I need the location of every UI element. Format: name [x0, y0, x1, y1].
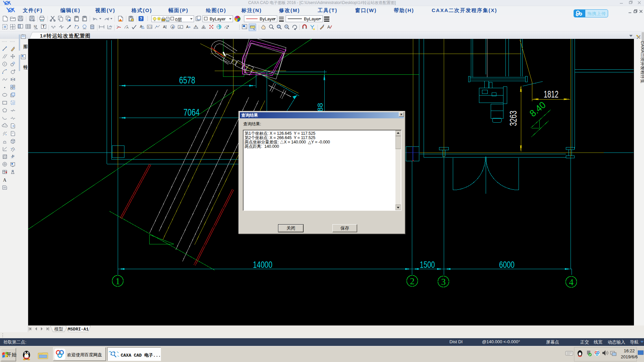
svg-text:1500: 1500: [420, 260, 435, 270]
svg-text:CAXA二次开发程序集: CAXA二次开发程序集: [640, 41, 644, 83]
svg-text:7064: 7064: [183, 107, 200, 118]
svg-text:A: A: [179, 25, 181, 29]
svg-text:MSDRI-A1: MSDRI-A1: [68, 327, 89, 332]
svg-text:ByLayer: ByLayer: [304, 16, 320, 21]
svg-text:88: 88: [316, 103, 324, 112]
svg-text:6578: 6578: [179, 74, 195, 85]
svg-text:3263: 3263: [507, 111, 519, 126]
svg-text:特性: 特性: [23, 61, 28, 70]
svg-text:ByLayer: ByLayer: [210, 16, 226, 21]
svg-text:T: T: [43, 25, 45, 28]
svg-text:16:22: 16:22: [624, 348, 635, 353]
svg-text:A: A: [203, 26, 205, 29]
svg-text:A: A: [126, 26, 128, 29]
svg-text:14000: 14000: [253, 260, 272, 270]
svg-text:0层: 0层: [175, 17, 182, 22]
svg-text:1812: 1812: [544, 88, 558, 100]
svg-text:2019/6/6: 2019/6/6: [621, 354, 638, 359]
svg-text:ByLayer: ByLayer: [260, 16, 276, 21]
svg-text:A: A: [3, 178, 7, 183]
svg-text:4: 4: [569, 277, 574, 287]
svg-text:A: A: [172, 26, 174, 29]
svg-text:?: ?: [140, 16, 142, 21]
svg-text:A: A: [327, 25, 330, 29]
svg-text:6000: 6000: [499, 260, 515, 270]
svg-text:1: 1: [115, 276, 120, 286]
svg-text:3: 3: [441, 277, 446, 287]
svg-text:0.1: 0.1: [148, 25, 152, 28]
svg-text:xy: xy: [110, 25, 112, 28]
svg-text:A: A: [186, 25, 189, 29]
svg-text:A: A: [140, 24, 143, 28]
svg-text:A: A: [226, 26, 228, 29]
svg-text:模型: 模型: [54, 326, 63, 331]
svg-text:A: A: [195, 24, 197, 27]
svg-text:A: A: [163, 25, 166, 29]
svg-text:2: 2: [410, 276, 415, 286]
svg-text:图库: 图库: [23, 44, 28, 49]
